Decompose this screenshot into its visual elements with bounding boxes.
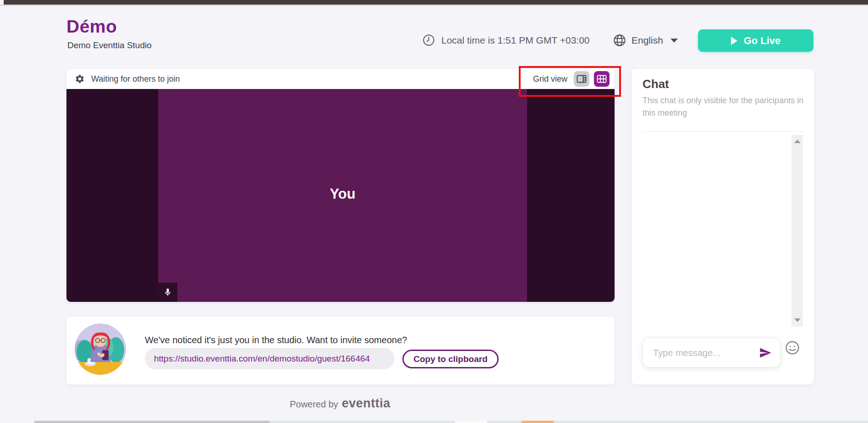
chevron-down-icon (670, 39, 678, 43)
strip-segment (554, 421, 868, 423)
chat-message-input[interactable] (643, 348, 758, 358)
page-title: Démo (66, 17, 117, 37)
stage-card: Waiting for others to join Grid view (66, 69, 615, 302)
grid-view-label: Grid view (533, 74, 567, 84)
send-icon (758, 346, 773, 359)
strip-segment (522, 421, 554, 423)
go-live-label: Go Live (744, 35, 781, 47)
gear-icon (75, 74, 85, 84)
go-live-button[interactable]: Go Live (698, 29, 813, 52)
grid-view-button[interactable] (594, 71, 610, 87)
chat-title: Chat (643, 77, 669, 91)
bottom-partial-strip (0, 421, 868, 423)
play-icon (731, 37, 737, 45)
invite-link-text: https://studio.eventtia.com/en/demostudi… (154, 354, 370, 364)
invite-illustration (75, 323, 126, 375)
invite-message: We've noticed it's just you in the studi… (145, 335, 407, 345)
microphone-icon (163, 288, 172, 297)
speaker-view-button[interactable] (574, 71, 589, 87)
globe-icon (613, 34, 626, 47)
local-time-label: Local time is 1:51 PM GMT +03:00 (441, 35, 590, 46)
scroll-down-icon[interactable] (794, 318, 801, 322)
stage-toolbar: Waiting for others to join Grid view (66, 69, 615, 89)
scroll-up-icon[interactable] (794, 139, 801, 143)
send-message-button[interactable] (758, 346, 780, 359)
stage-status-label: Waiting for others to join (91, 74, 180, 84)
strip-segment (269, 421, 455, 423)
participant-name: You (158, 186, 527, 202)
strip-segment (455, 421, 487, 423)
speaker-view-icon (577, 75, 587, 83)
language-label: English (632, 35, 663, 46)
chat-panel: Chat This chat is only visible for the p… (632, 69, 814, 384)
window-top-bar (4, 0, 868, 5)
settings-button[interactable] (75, 74, 85, 84)
eventtia-logo: eventtia (342, 396, 390, 411)
powered-by-text: Powered by (290, 399, 338, 410)
video-area: You (66, 89, 615, 302)
emoji-button[interactable] (785, 340, 801, 356)
window-top-divider (0, 5, 868, 6)
studio-page: Démo Demo Eventtia Studio Local time is … (0, 0, 868, 423)
invite-card: We've noticed it's just you in the studi… (66, 317, 615, 384)
chat-scrollbar[interactable] (791, 135, 803, 327)
strip-segment (487, 421, 522, 423)
chat-subtitle: This chat is only visible for the parici… (643, 95, 804, 119)
copy-to-clipboard-button[interactable]: Copy to clipboard (402, 350, 499, 368)
grid-view-icon (597, 75, 607, 83)
chat-divider (643, 131, 803, 132)
mic-status-badge (158, 283, 177, 302)
smiley-icon (785, 340, 801, 356)
powered-by-footer: Powered by eventtia (290, 396, 390, 411)
page-subtitle: Demo Eventtia Studio (67, 40, 152, 50)
participant-tile: You (158, 89, 527, 302)
stage-status: Waiting for others to join (66, 74, 180, 84)
local-time: Local time is 1:51 PM GMT +03:00 (423, 34, 590, 46)
chat-input-container (643, 339, 780, 367)
clock-icon (423, 34, 435, 46)
strip-segment (34, 421, 269, 423)
invite-link-field[interactable]: https://studio.eventtia.com/en/demostudi… (145, 348, 395, 369)
language-selector[interactable]: English (613, 34, 678, 47)
view-controls: Grid view (533, 71, 615, 87)
